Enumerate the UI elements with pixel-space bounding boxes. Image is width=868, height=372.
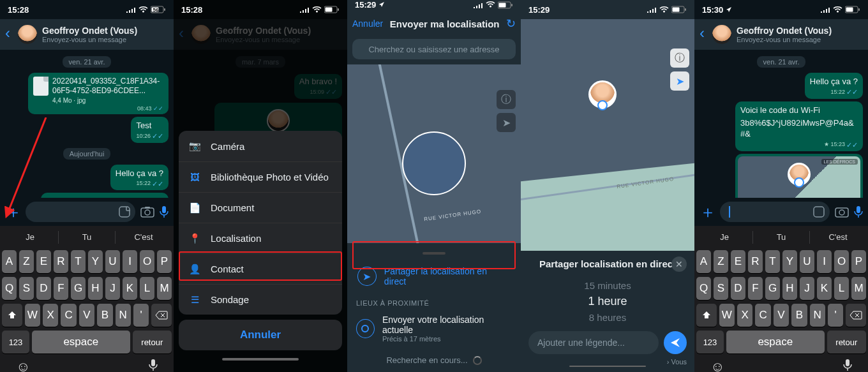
attach-button[interactable]: ＋ [700,201,715,223]
message-wifi[interactable]: Voici le code du Wi-Fi3b8%6$J^jU892iMwsP… [735,101,863,151]
message-input[interactable] [720,202,830,222]
contact-icon: 👤 [188,264,202,275]
sheet-contact[interactable]: 👤Contact [179,253,342,284]
key[interactable]: O [140,250,154,273]
key[interactable]: J [105,277,120,300]
map-dark[interactable]: RUE VICTOR HUGO ⓘ ➤ [347,64,521,243]
avatar[interactable] [18,25,37,44]
key[interactable]: L [140,277,154,300]
duration-option[interactable]: 15 minutes [528,278,687,293]
svg-rect-5 [119,207,130,217]
key[interactable]: F [54,277,68,300]
key[interactable]: P [157,250,172,273]
map-light[interactable]: RUE VICTOR HUGO ⓘ ➤ [521,19,694,251]
key[interactable]: Q [2,277,17,300]
duration-option-selected[interactable]: 1 heure [528,293,687,310]
key[interactable]: D [36,277,51,300]
key[interactable]: M [157,277,172,300]
cancel-button[interactable]: Annuler [352,19,383,29]
sheet-cancel[interactable]: Annuler [179,320,342,350]
key[interactable]: G [71,277,86,300]
camera-icon[interactable] [835,206,849,218]
sheet-location[interactable]: 📍Localisation [179,223,342,253]
map-info-button[interactable]: ⓘ [670,48,689,68]
chat-header[interactable]: ‹ Geoffroy Ondet (Vous)Envoyez-vous un m… [694,19,868,50]
map-recenter-button[interactable]: ➤ [670,71,689,91]
keyboard-suggestions[interactable]: Je Tu C'est [2,228,172,246]
live-location-message[interactable]: LES DÉFROCS ➤En direct jusqu'à 16:29 15:… [735,154,863,198]
chat-header[interactable]: ‹ Geoffroy Ondet (Vous) Envoyez-vous un … [0,19,174,50]
svg-point-25 [839,210,844,215]
attach-button[interactable]: ＋ [5,201,20,223]
close-button[interactable]: ✕ [671,257,687,272]
avatar[interactable] [712,25,731,44]
keyboard[interactable]: Je Tu C'est AZERTYUIOP QSDFGHJKLM WXCVBN… [0,226,174,372]
key[interactable]: W [25,304,40,327]
key[interactable]: ' [133,304,149,327]
svg-rect-16 [499,3,506,7]
key[interactable]: B [97,304,112,327]
mic-icon[interactable] [160,205,168,218]
sheet-document[interactable]: 📄Document [179,192,342,223]
map-info-button[interactable]: ⓘ [497,90,516,109]
key[interactable]: H [88,277,103,300]
send-current-location[interactable]: Envoyer votre localisation actuellePréci… [347,309,521,348]
key[interactable]: E [36,250,51,273]
delete-key[interactable] [151,304,172,327]
sticker-icon[interactable] [119,206,130,218]
screenshot-5-live-shared: 15:30 ‹ Geoffroy Ondet (Vous)Envoyez-vou… [694,0,868,372]
message-wifi[interactable]: Voici le code du Wi-Fi 3b8%6$J^jU892iMws… [41,193,168,198]
screenshot-1-chat-keyboard: 15:28 56 ‹ Geoffroy Ondet (Vous) Envoyez… [0,0,174,372]
key[interactable]: S [19,277,34,300]
mic-icon[interactable] [854,205,863,218]
sheet-photo-library[interactable]: 🖼Bibliothèque Photo et Vidéo [179,161,342,192]
keyboard[interactable]: JeTuC'est AZERTYUIOP QSDFGHJKLM WXCVBN' … [694,226,868,372]
message-test[interactable]: Test 10:26✓✓ [131,117,168,143]
sheet-camera[interactable]: 📷Caméra [179,131,342,161]
key[interactable]: A [2,250,17,273]
sticker-icon[interactable] [813,206,825,218]
file-message[interactable]: 20220414_093352_C18F1A34-06F5-4752-8ED9-… [28,73,168,114]
space-key[interactable]: espace [32,331,130,353]
caption-input[interactable]: Ajouter une légende... [528,331,659,354]
key[interactable]: X [43,304,58,327]
share-live-location[interactable]: ➤ Partager la localisation en direct [355,260,513,293]
reload-button[interactable]: ↻ [506,17,516,31]
suggestion[interactable]: Je [2,228,58,246]
address-search[interactable]: Cherchez ou saisissez une adresse [352,39,516,59]
key[interactable]: R [54,250,68,273]
numbers-key[interactable]: 123 [2,331,29,353]
key[interactable]: C [61,304,76,327]
key[interactable]: T [71,250,86,273]
status-bar: 15:28 56 [0,0,174,19]
return-key[interactable]: retour [133,331,172,353]
dictation-key[interactable] [149,359,158,372]
emoji-key[interactable]: ☺ [16,359,30,372]
file-sub: 4,4 Mo · jpg [52,97,163,104]
key[interactable]: U [105,250,120,273]
suggestion[interactable]: C'est [116,228,172,246]
emoji-key[interactable]: ☺ [710,359,724,372]
key[interactable]: Y [88,250,103,273]
back-icon[interactable]: ‹ [700,26,707,43]
key[interactable]: V [79,304,94,327]
suggestion[interactable]: Tu [59,228,115,246]
message-hello[interactable]: Hello ça va ? 15:22✓✓ [110,165,168,191]
duration-picker[interactable]: 15 minutes 1 heure 8 heures [528,278,687,325]
camera-icon[interactable] [140,206,154,218]
back-icon[interactable]: ‹ [5,26,13,43]
message-input[interactable] [26,202,135,222]
message-hello[interactable]: Hello ça va ?15:22✓✓ [805,73,863,99]
map-recenter-button[interactable]: ➤ [497,113,516,132]
key[interactable]: Z [19,250,34,273]
dictation-key[interactable] [843,359,852,372]
status-icons: 56 [126,6,166,13]
key[interactable]: I [123,250,137,273]
key[interactable]: K [123,277,137,300]
send-button[interactable] [664,331,687,354]
key[interactable]: N [116,304,131,327]
sheet-poll[interactable]: ☰Sondage [179,284,342,315]
shift-key[interactable] [2,304,22,327]
duration-option[interactable]: 8 heures [528,310,687,325]
svg-text:56: 56 [153,7,159,13]
